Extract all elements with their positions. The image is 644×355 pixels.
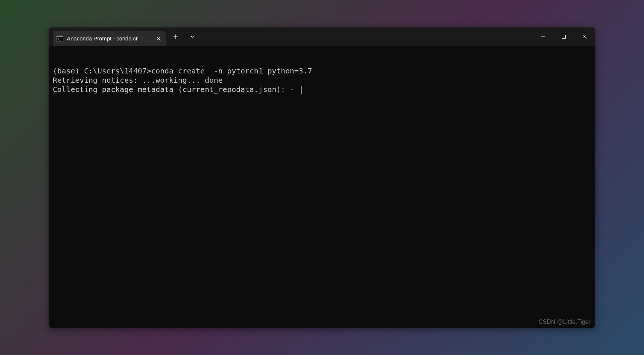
terminal-line-3: Collecting package metadata (current_rep…	[53, 85, 299, 94]
watermark: CSDN @Little.Tiger	[539, 318, 591, 326]
maximize-button[interactable]	[553, 27, 574, 46]
close-button[interactable]	[574, 27, 595, 46]
tab-dropdown-button[interactable]	[186, 30, 199, 43]
tab-title: Anaconda Prompt - conda cr	[67, 35, 153, 42]
terminal-window: Anaconda Prompt - conda cr	[49, 27, 595, 328]
tab-actions	[166, 27, 199, 46]
minimize-button[interactable]	[533, 27, 553, 46]
tab-separator	[184, 33, 184, 41]
terminal-content[interactable]: (base) C:\Users\14407>conda create -n py…	[49, 46, 595, 328]
titlebar[interactable]: Anaconda Prompt - conda cr	[49, 27, 595, 46]
window-controls	[533, 27, 595, 46]
new-tab-button[interactable]	[169, 30, 182, 43]
tab-active[interactable]: Anaconda Prompt - conda cr	[53, 31, 166, 46]
svg-rect-8	[562, 35, 566, 38]
cursor	[301, 86, 302, 94]
tab-close-button[interactable]	[155, 35, 162, 42]
terminal-line-1: (base) C:\Users\14407>conda create -n py…	[53, 66, 591, 76]
titlebar-drag-area[interactable]	[199, 27, 533, 46]
terminal-icon	[56, 36, 63, 42]
terminal-line-2: Retrieving notices: ...working... done	[53, 76, 591, 85]
svg-rect-1	[56, 36, 63, 37]
tab-area: Anaconda Prompt - conda cr	[49, 27, 166, 46]
